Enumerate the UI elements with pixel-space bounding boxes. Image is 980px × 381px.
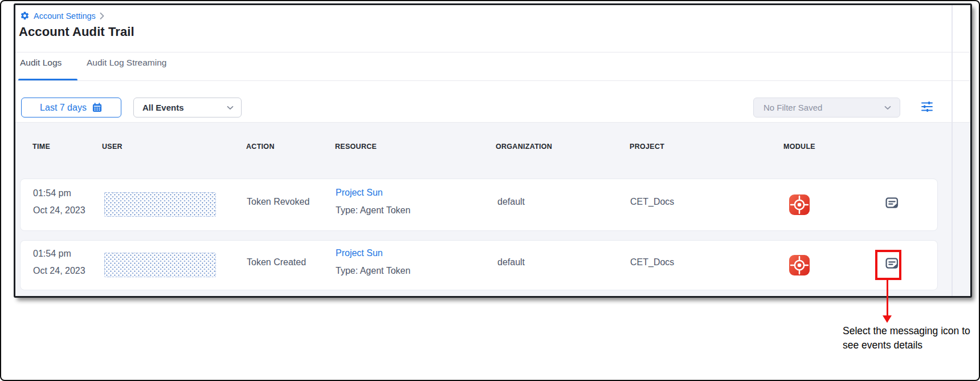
resource-type: Type: Agent Token: [336, 205, 410, 216]
column-header-project: PROJECT: [630, 143, 664, 151]
column-header-user: USER: [102, 143, 122, 151]
date-range-button[interactable]: Last 7 days: [21, 98, 121, 117]
event-time: 01:54 pm: [33, 249, 71, 259]
event-date: Oct 24, 2023: [33, 266, 85, 276]
advanced-filters-button[interactable]: [920, 100, 935, 115]
chevron-right-icon: [100, 13, 104, 19]
column-header-action: ACTION: [246, 143, 275, 151]
table-row: 01:54 pm Oct 24, 2023 Token Revoked Proj…: [20, 179, 938, 231]
highlight-box: [875, 250, 901, 280]
column-header-organization: ORGANIZATION: [496, 143, 552, 151]
annotation-text: Select the messaging icon to see events …: [843, 324, 975, 352]
redacted-user: [104, 192, 216, 217]
calendar-icon: [92, 102, 103, 113]
page-title: Account Audit Trail: [19, 25, 134, 39]
event-time: 01:54 pm: [33, 188, 71, 198]
tab-audit-logs[interactable]: Audit Logs: [20, 58, 62, 68]
event-action: Token Created: [247, 257, 306, 267]
sliders-icon: [920, 100, 935, 114]
date-range-label: Last 7 days: [40, 103, 87, 113]
resource-type: Type: Agent Token: [336, 266, 410, 276]
organization-value: default: [497, 257, 525, 267]
target-icon: [789, 255, 810, 275]
resource-link[interactable]: Project Sun: [336, 248, 383, 258]
tabs-divider: [15, 80, 970, 81]
chevron-down-icon: [884, 106, 891, 110]
scrollbar-track[interactable]: [952, 5, 953, 296]
event-date: Oct 24, 2023: [33, 205, 85, 216]
gear-icon: [20, 11, 30, 21]
column-header-resource: RESOURCE: [335, 143, 377, 151]
project-value: CET_Docs: [630, 197, 674, 207]
event-type-dropdown[interactable]: All Events: [133, 98, 242, 117]
saved-filter-value: No Filter Saved: [763, 103, 822, 112]
app-window: Account Settings Account Audit Trail Aud…: [14, 3, 972, 298]
redacted-user: [104, 253, 216, 277]
message-icon[interactable]: [884, 196, 900, 211]
saved-filter-dropdown[interactable]: No Filter Saved: [753, 98, 900, 117]
event-action: Token Revoked: [247, 197, 309, 207]
column-header-module: MODULE: [783, 143, 815, 151]
screenshot-frame: Account Settings Account Audit Trail Aud…: [0, 0, 980, 381]
table-row: 01:54 pm Oct 24, 2023 Token Created Proj…: [20, 240, 938, 290]
tab-audit-log-streaming[interactable]: Audit Log Streaming: [87, 58, 166, 68]
organization-value: default: [497, 197, 525, 207]
column-header-time: TIME: [32, 143, 50, 151]
breadcrumb[interactable]: Account Settings: [20, 11, 104, 21]
header-divider: [15, 52, 970, 52]
chevron-down-icon: [227, 106, 234, 110]
target-icon: [789, 194, 810, 215]
event-type-value: All Events: [142, 103, 184, 112]
resource-link[interactable]: Project Sun: [336, 188, 383, 198]
breadcrumb-link[interactable]: Account Settings: [34, 11, 96, 21]
project-value: CET_Docs: [630, 257, 674, 267]
annotation-arrowhead-icon: [883, 315, 892, 323]
annotation-arrow: [887, 280, 888, 316]
